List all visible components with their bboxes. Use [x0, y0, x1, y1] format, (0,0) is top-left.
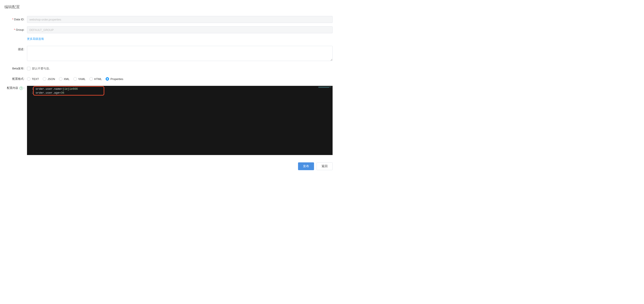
line-number: 2 — [27, 91, 36, 95]
radio-icon — [106, 77, 109, 81]
row-data-id: Data ID: — [4, 16, 332, 23]
radio-icon — [27, 77, 30, 81]
label-group: Group: — [4, 26, 27, 33]
editor-line: 1 order.user.name=jiejie666 — [27, 87, 332, 91]
label-format: 配置格式: — [4, 76, 27, 82]
row-group: Group: — [4, 26, 332, 33]
row-content: 配置内容 ? : 1 order.user.name=jiejie666 2 o… — [4, 86, 332, 155]
label-beta: Beta发布: — [4, 65, 27, 72]
label-data-id: Data ID: — [4, 16, 27, 23]
radio-label: TEXT — [32, 77, 39, 81]
radio-icon — [90, 77, 93, 81]
format-radio-group: TEXT JSON XML YAML HTML — [27, 76, 332, 82]
radio-json[interactable]: JSON — [43, 77, 55, 81]
radio-label: HTML — [94, 77, 102, 81]
radio-label: JSON — [48, 77, 55, 81]
editor-line: 2 order.user.age=36 — [27, 91, 332, 95]
beta-checkbox[interactable] — [27, 67, 30, 70]
radio-icon — [43, 77, 46, 81]
radio-xml[interactable]: XML — [59, 77, 70, 81]
code-editor[interactable]: 1 order.user.name=jiejie666 2 order.user… — [27, 86, 332, 155]
radio-label: Properties — [110, 77, 123, 81]
row-format: 配置格式: TEXT JSON XML YAML — [4, 76, 332, 82]
radio-properties[interactable]: Properties — [106, 77, 123, 81]
label-content: 配置内容 ? : — [4, 86, 27, 90]
page-title: 编辑配置 — [4, 4, 332, 10]
publish-button[interactable]: 发布 — [298, 162, 314, 170]
data-id-input — [27, 16, 332, 23]
label-description: 描述: — [4, 46, 27, 53]
editor-minimap[interactable] — [307, 86, 332, 155]
row-beta: Beta发布: 默认不要勾选。 — [4, 65, 332, 72]
radio-icon — [59, 77, 62, 81]
row-advanced: 更多高级选项 — [4, 36, 332, 42]
line-number: 1 — [27, 87, 36, 91]
radio-label: YAML — [78, 77, 86, 81]
beta-hint: 默认不要勾选。 — [32, 67, 52, 71]
group-input — [27, 26, 332, 33]
radio-text[interactable]: TEXT — [27, 77, 39, 81]
footer: 发布 返回 — [4, 158, 332, 170]
radio-html[interactable]: HTML — [90, 77, 102, 81]
description-textarea[interactable] — [27, 46, 332, 61]
back-button[interactable]: 返回 — [316, 162, 332, 170]
radio-icon — [74, 77, 77, 81]
advanced-options-link[interactable]: 更多高级选项 — [27, 36, 44, 42]
row-description: 描述: — [4, 46, 332, 62]
radio-label: XML — [64, 77, 70, 81]
help-icon[interactable]: ? — [20, 87, 23, 90]
radio-yaml[interactable]: YAML — [74, 77, 86, 81]
